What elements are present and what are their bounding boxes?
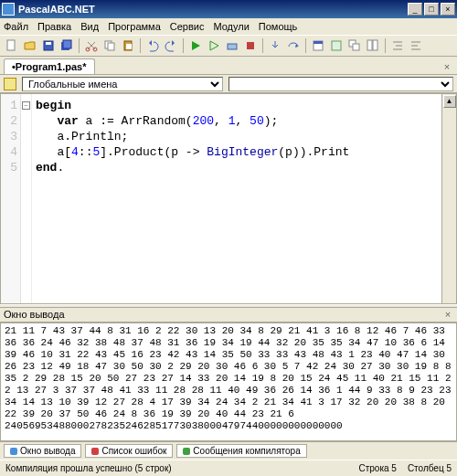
member-select[interactable] (228, 77, 453, 91)
menu-modules[interactable]: Модули (213, 21, 249, 32)
menu-edit[interactable]: Правка (37, 21, 71, 32)
close-button[interactable]: × (441, 3, 455, 16)
error-icon (91, 448, 99, 455)
editor-tab[interactable]: •Program1.pas* (4, 58, 95, 74)
scroll-up-icon[interactable]: ▲ (443, 95, 456, 108)
menu-view[interactable]: Вид (80, 21, 99, 32)
tab-errors[interactable]: Список ошибок (85, 444, 173, 458)
output-icon (10, 448, 17, 455)
save-button[interactable] (40, 37, 57, 54)
svg-rect-0 (7, 40, 15, 50)
minimize-button[interactable]: _ (408, 3, 422, 16)
indent-button[interactable] (389, 37, 406, 54)
scope-icon (4, 78, 16, 90)
svg-rect-10 (126, 44, 132, 49)
fold-column: − (21, 94, 32, 303)
menu-file[interactable]: Файл (4, 21, 28, 32)
svg-rect-8 (108, 43, 114, 50)
compile-button[interactable] (224, 37, 240, 54)
stop-button[interactable] (242, 37, 259, 54)
scope-select[interactable]: Глобальные имена (22, 77, 223, 91)
svg-rect-11 (228, 44, 237, 49)
editor-scrollbar[interactable]: ▲ (441, 94, 456, 303)
svg-rect-17 (353, 44, 359, 50)
new-file-button[interactable] (4, 37, 20, 54)
title-bar: PascalABC.NET _ □ × (0, 0, 457, 18)
tab-messages[interactable]: Сообщения компилятора (176, 444, 306, 458)
bottom-tab-bar: Окно вывода Список ошибок Сообщения комп… (0, 441, 457, 460)
cut-button[interactable] (83, 37, 100, 54)
step-into-button[interactable] (267, 37, 283, 54)
menu-bar: Файл Правка Вид Программа Сервис Модули … (0, 18, 457, 35)
app-icon (2, 3, 15, 16)
toolbar (0, 35, 457, 57)
form-button[interactable] (310, 37, 326, 54)
module-button[interactable] (328, 37, 345, 54)
output-panel[interactable]: 21 11 7 43 37 44 8 31 16 2 22 30 13 20 3… (0, 323, 457, 441)
menu-help[interactable]: Помощь (259, 21, 298, 32)
editor-tab-bar: •Program1.pas* × (0, 57, 457, 75)
window-title: PascalABC.NET (18, 4, 408, 15)
output-title: Окно вывода (4, 309, 65, 321)
code-area[interactable]: begin var a := ArrRandom(200, 1, 50); a.… (32, 94, 441, 303)
svg-rect-2 (46, 42, 51, 45)
message-icon (183, 448, 190, 455)
svg-rect-4 (63, 40, 71, 48)
redo-button[interactable] (163, 37, 179, 54)
run-button[interactable] (187, 37, 204, 54)
close-tab-button[interactable]: × (441, 61, 453, 74)
status-column: Столбец 5 (408, 463, 452, 473)
output-header: Окно вывода × (0, 308, 457, 323)
undo-button[interactable] (144, 37, 161, 54)
outdent-button[interactable] (408, 37, 424, 54)
maximize-button[interactable]: □ (424, 3, 439, 16)
line-gutter: 12345 (1, 94, 21, 303)
scope-bar: Глобальные имена (0, 75, 457, 93)
svg-rect-14 (314, 41, 323, 44)
svg-rect-19 (373, 40, 377, 50)
svg-rect-12 (247, 42, 254, 49)
svg-rect-18 (367, 40, 372, 50)
fold-toggle[interactable]: − (22, 101, 30, 110)
tile-button[interactable] (365, 37, 381, 54)
cascade-button[interactable] (346, 37, 363, 54)
svg-rect-15 (332, 41, 341, 50)
open-file-button[interactable] (22, 37, 38, 54)
step-over-button[interactable] (285, 37, 302, 54)
menu-program[interactable]: Программа (108, 21, 161, 32)
menu-service[interactable]: Сервис (170, 21, 205, 32)
code-editor[interactable]: 12345 − begin var a := ArrRandom(200, 1,… (0, 93, 457, 304)
output-close-button[interactable]: × (442, 309, 453, 321)
tab-output[interactable]: Окно вывода (4, 444, 81, 458)
run-nodebug-button[interactable] (206, 37, 222, 54)
status-bar: Компиляция прошла успешно (5 строк) Стро… (0, 460, 457, 476)
status-line: Строка 5 (358, 463, 396, 473)
status-message: Компиляция прошла успешно (5 строк) (5, 463, 172, 473)
copy-button[interactable] (101, 37, 118, 54)
save-all-button[interactable] (58, 37, 75, 54)
paste-button[interactable] (120, 37, 136, 54)
